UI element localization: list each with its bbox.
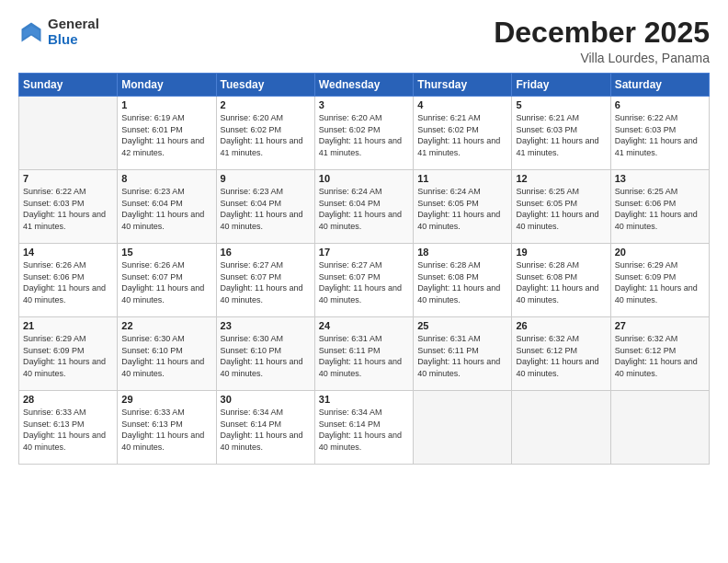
day-number: 21: [23, 320, 113, 331]
day-cell: 13Sunrise: 6:25 AMSunset: 6:06 PMDayligh…: [610, 170, 709, 244]
day-detail: Sunrise: 6:31 AMSunset: 6:11 PMDaylight:…: [417, 334, 500, 378]
day-number: 27: [615, 320, 705, 331]
day-cell: [610, 391, 709, 465]
day-detail: Sunrise: 6:21 AMSunset: 6:02 PMDaylight:…: [417, 113, 500, 157]
title-block: December 2025 Villa Lourdes, Panama: [494, 17, 710, 65]
col-header-thursday: Thursday: [414, 74, 512, 97]
day-detail: Sunrise: 6:34 AMSunset: 6:14 PMDaylight:…: [221, 408, 303, 452]
logo-icon: [18, 19, 44, 45]
day-cell: 29Sunrise: 6:33 AMSunset: 6:13 PMDayligh…: [118, 391, 216, 465]
day-number: 28: [23, 394, 113, 405]
day-cell: [512, 391, 610, 465]
col-header-monday: Monday: [118, 74, 216, 97]
calendar-table: SundayMondayTuesdayWednesdayThursdayFrid…: [18, 73, 710, 465]
day-detail: Sunrise: 6:33 AMSunset: 6:13 PMDaylight:…: [23, 408, 106, 452]
day-detail: Sunrise: 6:29 AMSunset: 6:09 PMDaylight:…: [615, 260, 698, 304]
day-detail: Sunrise: 6:29 AMSunset: 6:09 PMDaylight:…: [23, 334, 106, 378]
logo-text: General Blue: [48, 17, 99, 47]
day-number: 29: [121, 394, 211, 405]
day-number: 8: [121, 173, 211, 184]
logo: General Blue: [18, 17, 99, 47]
col-header-friday: Friday: [512, 74, 610, 97]
day-detail: Sunrise: 6:28 AMSunset: 6:08 PMDaylight:…: [417, 260, 500, 304]
day-cell: 9Sunrise: 6:23 AMSunset: 6:04 PMDaylight…: [216, 170, 314, 244]
day-cell: 18Sunrise: 6:28 AMSunset: 6:08 PMDayligh…: [414, 244, 512, 317]
day-number: 24: [319, 320, 409, 331]
day-cell: 28Sunrise: 6:33 AMSunset: 6:13 PMDayligh…: [19, 391, 118, 465]
day-cell: 23Sunrise: 6:30 AMSunset: 6:10 PMDayligh…: [216, 317, 314, 391]
week-row-2: 7Sunrise: 6:22 AMSunset: 6:03 PMDaylight…: [19, 170, 710, 244]
day-detail: Sunrise: 6:34 AMSunset: 6:14 PMDaylight:…: [319, 408, 402, 452]
day-detail: Sunrise: 6:25 AMSunset: 6:05 PMDaylight:…: [516, 187, 598, 231]
day-number: 2: [221, 99, 311, 110]
day-cell: 26Sunrise: 6:32 AMSunset: 6:12 PMDayligh…: [512, 317, 610, 391]
day-detail: Sunrise: 6:19 AMSunset: 6:01 PMDaylight:…: [121, 113, 204, 157]
header-row: SundayMondayTuesdayWednesdayThursdayFrid…: [19, 74, 710, 97]
col-header-tuesday: Tuesday: [216, 74, 314, 97]
day-detail: Sunrise: 6:24 AMSunset: 6:04 PMDaylight:…: [319, 187, 402, 231]
day-cell: 6Sunrise: 6:22 AMSunset: 6:03 PMDaylight…: [610, 97, 709, 170]
day-cell: 15Sunrise: 6:26 AMSunset: 6:07 PMDayligh…: [118, 244, 216, 317]
day-detail: Sunrise: 6:27 AMSunset: 6:07 PMDaylight:…: [319, 260, 402, 304]
day-detail: Sunrise: 6:26 AMSunset: 6:06 PMDaylight:…: [23, 260, 106, 304]
day-detail: Sunrise: 6:31 AMSunset: 6:11 PMDaylight:…: [319, 334, 402, 378]
calendar-page: General Blue December 2025 Villa Lourdes…: [0, 0, 728, 563]
col-header-saturday: Saturday: [610, 74, 709, 97]
day-detail: Sunrise: 6:26 AMSunset: 6:07 PMDaylight:…: [121, 260, 204, 304]
day-number: 14: [23, 247, 113, 258]
day-number: 11: [417, 173, 507, 184]
day-number: 9: [221, 173, 311, 184]
day-detail: Sunrise: 6:20 AMSunset: 6:02 PMDaylight:…: [221, 113, 303, 157]
day-detail: Sunrise: 6:23 AMSunset: 6:04 PMDaylight:…: [121, 187, 204, 231]
day-number: 3: [319, 99, 409, 110]
day-cell: 14Sunrise: 6:26 AMSunset: 6:06 PMDayligh…: [19, 244, 118, 317]
day-number: 4: [417, 99, 507, 110]
day-cell: 17Sunrise: 6:27 AMSunset: 6:07 PMDayligh…: [314, 244, 413, 317]
day-cell: [19, 97, 118, 170]
day-cell: 24Sunrise: 6:31 AMSunset: 6:11 PMDayligh…: [314, 317, 413, 391]
day-cell: 5Sunrise: 6:21 AMSunset: 6:03 PMDaylight…: [512, 97, 610, 170]
day-number: 13: [615, 173, 705, 184]
day-cell: 16Sunrise: 6:27 AMSunset: 6:07 PMDayligh…: [216, 244, 314, 317]
day-number: 1: [121, 99, 211, 110]
day-detail: Sunrise: 6:20 AMSunset: 6:02 PMDaylight:…: [319, 113, 402, 157]
day-number: 26: [516, 320, 606, 331]
day-cell: 27Sunrise: 6:32 AMSunset: 6:12 PMDayligh…: [610, 317, 709, 391]
day-number: 22: [121, 320, 211, 331]
day-cell: 31Sunrise: 6:34 AMSunset: 6:14 PMDayligh…: [314, 391, 413, 465]
day-number: 31: [319, 394, 409, 405]
day-number: 25: [417, 320, 507, 331]
header: General Blue December 2025 Villa Lourdes…: [18, 17, 710, 65]
day-detail: Sunrise: 6:22 AMSunset: 6:03 PMDaylight:…: [23, 187, 106, 231]
week-row-4: 21Sunrise: 6:29 AMSunset: 6:09 PMDayligh…: [19, 317, 710, 391]
day-cell: 25Sunrise: 6:31 AMSunset: 6:11 PMDayligh…: [414, 317, 512, 391]
day-detail: Sunrise: 6:32 AMSunset: 6:12 PMDaylight:…: [615, 334, 698, 378]
day-number: 15: [121, 247, 211, 258]
day-cell: 22Sunrise: 6:30 AMSunset: 6:10 PMDayligh…: [118, 317, 216, 391]
day-detail: Sunrise: 6:21 AMSunset: 6:03 PMDaylight:…: [516, 113, 598, 157]
day-number: 18: [417, 247, 507, 258]
day-detail: Sunrise: 6:22 AMSunset: 6:03 PMDaylight:…: [615, 113, 698, 157]
day-number: 5: [516, 99, 606, 110]
logo-general: General: [48, 16, 99, 31]
day-cell: 19Sunrise: 6:28 AMSunset: 6:08 PMDayligh…: [512, 244, 610, 317]
day-cell: [414, 391, 512, 465]
day-cell: 11Sunrise: 6:24 AMSunset: 6:05 PMDayligh…: [414, 170, 512, 244]
day-detail: Sunrise: 6:25 AMSunset: 6:06 PMDaylight:…: [615, 187, 698, 231]
day-cell: 1Sunrise: 6:19 AMSunset: 6:01 PMDaylight…: [118, 97, 216, 170]
day-detail: Sunrise: 6:27 AMSunset: 6:07 PMDaylight:…: [221, 260, 303, 304]
day-number: 12: [516, 173, 606, 184]
day-cell: 20Sunrise: 6:29 AMSunset: 6:09 PMDayligh…: [610, 244, 709, 317]
day-detail: Sunrise: 6:28 AMSunset: 6:08 PMDaylight:…: [516, 260, 598, 304]
day-detail: Sunrise: 6:30 AMSunset: 6:10 PMDaylight:…: [221, 334, 303, 378]
day-cell: 7Sunrise: 6:22 AMSunset: 6:03 PMDaylight…: [19, 170, 118, 244]
day-number: 19: [516, 247, 606, 258]
day-detail: Sunrise: 6:32 AMSunset: 6:12 PMDaylight:…: [516, 334, 598, 378]
week-row-5: 28Sunrise: 6:33 AMSunset: 6:13 PMDayligh…: [19, 391, 710, 465]
day-number: 20: [615, 247, 705, 258]
week-row-3: 14Sunrise: 6:26 AMSunset: 6:06 PMDayligh…: [19, 244, 710, 317]
day-detail: Sunrise: 6:33 AMSunset: 6:13 PMDaylight:…: [121, 408, 204, 452]
logo-blue: Blue: [48, 31, 78, 47]
day-detail: Sunrise: 6:24 AMSunset: 6:05 PMDaylight:…: [417, 187, 500, 231]
day-cell: 10Sunrise: 6:24 AMSunset: 6:04 PMDayligh…: [314, 170, 413, 244]
